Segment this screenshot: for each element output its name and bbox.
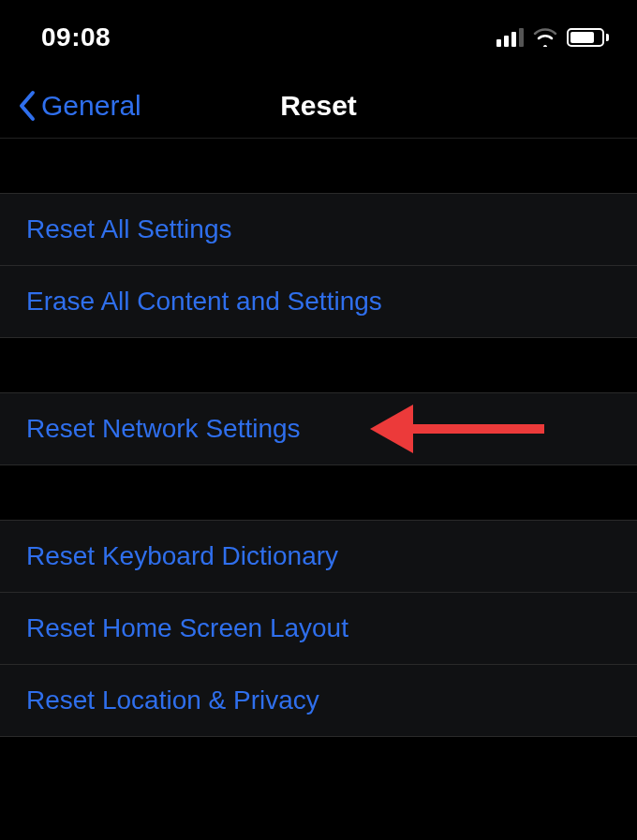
- annotation-arrow-icon: [370, 405, 544, 453]
- row-label: Reset Home Screen Layout: [26, 613, 348, 642]
- navigation-bar: General Reset: [0, 73, 637, 139]
- chevron-left-icon: [17, 90, 37, 122]
- cellular-signal-icon: [496, 28, 524, 47]
- wifi-icon: [533, 28, 557, 47]
- battery-icon: [567, 28, 609, 47]
- status-indicators: [496, 28, 609, 47]
- row-label: Reset Keyboard Dictionary: [26, 541, 338, 570]
- back-button[interactable]: General: [17, 90, 141, 122]
- list-group-2: Reset Network Settings: [0, 392, 637, 465]
- reset-home-screen-layout-row[interactable]: Reset Home Screen Layout: [0, 592, 637, 664]
- reset-keyboard-dictionary-row[interactable]: Reset Keyboard Dictionary: [0, 521, 637, 592]
- back-label: General: [41, 90, 141, 122]
- status-bar: 09:08: [0, 0, 637, 73]
- section-gap: [0, 465, 637, 520]
- reset-location-privacy-row[interactable]: Reset Location & Privacy: [0, 664, 637, 736]
- row-label: Reset All Settings: [26, 214, 231, 243]
- row-label: Erase All Content and Settings: [26, 287, 382, 316]
- erase-all-content-row[interactable]: Erase All Content and Settings: [0, 265, 637, 337]
- reset-network-settings-row[interactable]: Reset Network Settings: [0, 393, 637, 464]
- section-gap: [0, 338, 637, 392]
- clock-time: 09:08: [41, 22, 111, 52]
- reset-all-settings-row[interactable]: Reset All Settings: [0, 194, 637, 265]
- row-label: Reset Location & Privacy: [26, 685, 319, 715]
- list-group-3: Reset Keyboard Dictionary Reset Home Scr…: [0, 520, 637, 737]
- row-label: Reset Network Settings: [26, 414, 301, 443]
- section-gap: [0, 139, 637, 193]
- list-group-1: Reset All Settings Erase All Content and…: [0, 193, 637, 338]
